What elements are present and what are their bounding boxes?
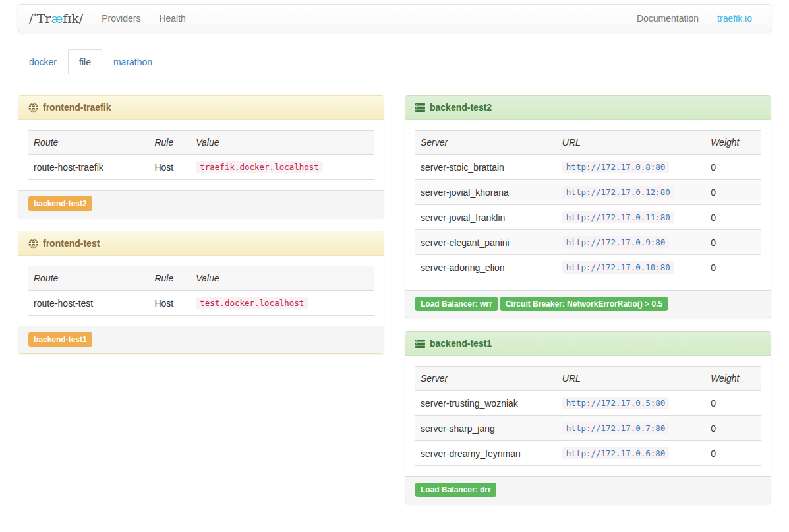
table-row: server-elegant_paninihttp://172.17.0.9:8… — [415, 230, 761, 255]
backend-panel-backend-test1: backend-test1 ServerURLWeight server-tru… — [405, 331, 771, 504]
panel-footer: backend-test2 — [18, 190, 384, 218]
nav-item-traefik-io[interactable]: traefik.io — [708, 5, 761, 32]
panel-footer: backend-test1 — [18, 326, 384, 353]
server-cell: server-dreamy_feynman — [415, 441, 557, 466]
server-cell: server-stoic_brattain — [415, 155, 557, 180]
backends-column: backend-test2 ServerURLWeight server-sto… — [405, 95, 771, 517]
backend-ref-badge: backend-test2 — [28, 196, 92, 211]
panel-title: backend-test1 — [430, 338, 492, 349]
weight-cell: 0 — [705, 441, 761, 466]
panel-body: RouteRuleValue route-host-testHosttest.d… — [18, 256, 384, 326]
panel-body: ServerURLWeight server-stoic_brattainhtt… — [405, 120, 771, 290]
column-header-rule: Rule — [149, 131, 190, 155]
rule-value-code: test.docker.localhost — [196, 297, 308, 309]
server-url-cell: http://172.17.0.6:80 — [557, 441, 705, 466]
rule-value-cell: traefik.docker.localhost — [190, 155, 374, 180]
column-header-route: Route — [28, 266, 149, 291]
table-row: server-trusting_wozniakhttp://172.17.0.5… — [415, 391, 761, 416]
server-url-link[interactable]: http://172.17.0.7:80 — [562, 422, 670, 434]
column-header-value: Value — [190, 266, 374, 291]
table-header-row: RouteRuleValue — [28, 131, 374, 155]
panel-table: RouteRuleValue route-host-traefikHosttra… — [28, 130, 374, 180]
backend-panel-backend-test2: backend-test2 ServerURLWeight server-sto… — [405, 95, 771, 318]
panel-heading: backend-test1 — [405, 332, 771, 356]
server-url-link[interactable]: http://172.17.0.10:80 — [562, 261, 674, 274]
column-header-rule: Rule — [149, 266, 190, 291]
column-header-route: Route — [28, 131, 149, 155]
brand-text-accent: æ — [51, 11, 63, 26]
globe-icon — [28, 239, 38, 249]
table-header-row: RouteRuleValue — [28, 266, 374, 291]
tab-marathon[interactable]: marathon — [102, 49, 163, 74]
table-header-row: ServerURLWeight — [415, 367, 761, 391]
server-url-link[interactable]: http://172.17.0.8:80 — [562, 161, 670, 173]
weight-cell: 0 — [705, 230, 761, 255]
nav-item-providers[interactable]: Providers — [92, 5, 150, 32]
weight-cell: 0 — [705, 416, 761, 441]
provider-tabs: dockerfilemarathon — [18, 49, 771, 74]
panel-table: ServerURLWeight server-stoic_brattainhtt… — [415, 130, 761, 280]
table-row: server-stoic_brattainhttp://172.17.0.8:8… — [415, 155, 761, 180]
column-header-url: URL — [557, 367, 705, 391]
column-header-server: Server — [415, 131, 557, 155]
nav-item-health[interactable]: Health — [150, 5, 194, 32]
panel-body: ServerURLWeight server-trusting_wozniakh… — [405, 356, 771, 476]
column-header-url: URL — [557, 131, 705, 155]
server-url-cell: http://172.17.0.10:80 — [557, 255, 705, 280]
brand-text-post: fɪk/ — [63, 11, 83, 26]
weight-cell: 0 — [705, 255, 761, 280]
table-row: server-adoring_elionhttp://172.17.0.10:8… — [415, 255, 761, 280]
server-url-cell: http://172.17.0.12:80 — [557, 180, 705, 205]
column-header-server: Server — [415, 367, 557, 391]
backend-ref-badge: backend-test1 — [28, 332, 92, 347]
table-row: server-sharp_janghttp://172.17.0.7:800 — [415, 416, 761, 441]
rule-cell: Host — [149, 155, 190, 180]
globe-icon — [28, 103, 38, 113]
panel-table: ServerURLWeight server-trusting_wozniakh… — [415, 366, 761, 466]
server-url-cell: http://172.17.0.8:80 — [557, 155, 705, 180]
weight-cell: 0 — [705, 180, 761, 205]
column-header-weight: Weight — [705, 367, 761, 391]
server-url-cell: http://172.17.0.5:80 — [557, 391, 705, 416]
server-icon — [415, 339, 425, 349]
panel-body: RouteRuleValue route-host-traefikHosttra… — [18, 120, 384, 190]
panel-title: backend-test2 — [430, 102, 492, 113]
server-icon — [415, 103, 425, 113]
frontend-panel-frontend-test: frontend-test RouteRuleValue route-host-… — [18, 231, 384, 354]
navbar: /ˈTræfɪk/ ProvidersHealth Documentationt… — [18, 4, 771, 32]
column-header-value: Value — [190, 131, 374, 155]
table-row: server-jovial_khoranahttp://172.17.0.12:… — [415, 180, 761, 205]
server-cell: server-trusting_wozniak — [415, 391, 557, 416]
brand-text-pre: /ˈTr — [29, 11, 51, 26]
backend-config-badge: Circuit Breaker: NetworkErrorRatio() > 0… — [500, 297, 668, 311]
tab-docker[interactable]: docker — [18, 49, 68, 74]
server-cell: server-elegant_panini — [415, 230, 557, 255]
main-content: frontend-traefik RouteRuleValue route-ho… — [0, 74, 789, 517]
column-header-weight: Weight — [705, 131, 761, 155]
frontends-column: frontend-traefik RouteRuleValue route-ho… — [18, 95, 384, 367]
panel-footer: Load Balancer: drr — [405, 476, 771, 504]
server-url-link[interactable]: http://172.17.0.5:80 — [562, 397, 670, 409]
server-url-link[interactable]: http://172.17.0.12:80 — [562, 186, 674, 198]
backend-config-badge: Load Balancer: drr — [415, 483, 496, 497]
server-url-link[interactable]: http://172.17.0.6:80 — [562, 447, 670, 459]
table-row: route-host-testHosttest.docker.localhost — [28, 291, 374, 316]
nav-item-documentation[interactable]: Documentation — [628, 5, 708, 32]
traefik-brand-logo[interactable]: /ˈTræfɪk/ — [24, 11, 92, 26]
server-url-cell: http://172.17.0.11:80 — [557, 205, 705, 230]
tab-file[interactable]: file — [68, 49, 102, 74]
weight-cell: 0 — [705, 155, 761, 180]
table-header-row: ServerURLWeight — [415, 131, 761, 155]
panel-title: frontend-traefik — [43, 102, 111, 113]
server-url-cell: http://172.17.0.7:80 — [557, 416, 705, 441]
navbar-right-items: Documentationtraefik.io — [628, 5, 765, 32]
table-row: server-dreamy_feynmanhttp://172.17.0.6:8… — [415, 441, 761, 466]
weight-cell: 0 — [705, 391, 761, 416]
rule-value-code: traefik.docker.localhost — [196, 161, 323, 173]
route-cell: route-host-test — [28, 291, 149, 316]
weight-cell: 0 — [705, 205, 761, 230]
panel-title: frontend-test — [43, 238, 100, 249]
panel-footer: Load Balancer: wrrCircuit Breaker: Netwo… — [405, 290, 771, 318]
server-url-link[interactable]: http://172.17.0.9:80 — [562, 236, 670, 249]
server-url-link[interactable]: http://172.17.0.11:80 — [562, 211, 674, 223]
